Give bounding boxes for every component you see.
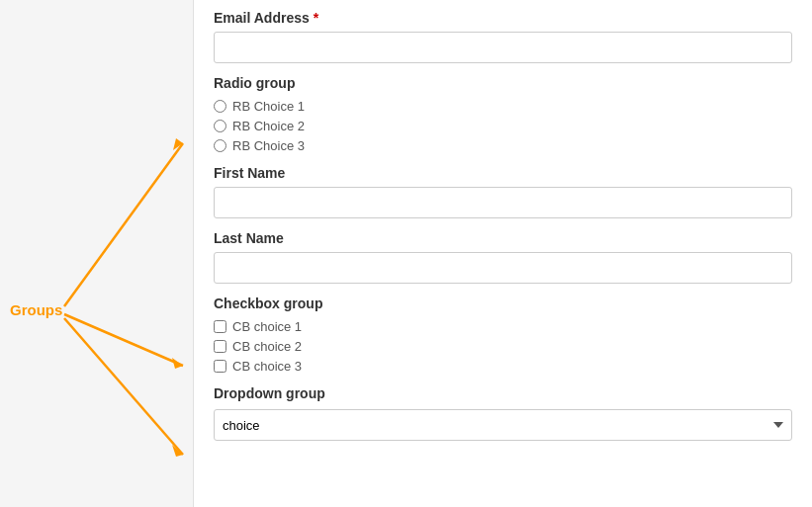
svg-line-2 <box>64 314 183 366</box>
checkbox-label-3[interactable]: CB choice 3 <box>232 359 302 374</box>
last-name-group: Last Name <box>214 230 792 284</box>
checkbox-label-1[interactable]: CB choice 1 <box>232 319 302 334</box>
radio-input-3[interactable] <box>214 139 226 152</box>
checkbox-option-3: CB choice 3 <box>214 359 792 374</box>
checkbox-group-container: Checkbox group CB choice 1 CB choice 2 C… <box>214 296 792 374</box>
arrows-svg <box>0 0 198 507</box>
radio-option-2: RB Choice 2 <box>214 119 792 133</box>
form-panel: Email Address * Radio group RB Choice 1 … <box>193 0 812 507</box>
checkbox-option-1: CB choice 1 <box>214 319 792 334</box>
page-wrapper: Groups Email Address * Radio gr <box>0 0 812 507</box>
radio-option-3: RB Choice 3 <box>214 138 792 153</box>
dropdown-group-label: Dropdown group <box>214 385 792 401</box>
radio-group-container: Radio group RB Choice 1 RB Choice 2 RB C… <box>214 75 792 153</box>
radio-input-2[interactable] <box>214 120 226 132</box>
checkbox-label-2[interactable]: CB choice 2 <box>232 339 302 354</box>
svg-line-0 <box>64 143 183 306</box>
radio-input-1[interactable] <box>214 100 226 113</box>
first-name-input[interactable] <box>214 187 792 218</box>
checkbox-group-label: Checkbox group <box>214 296 792 311</box>
radio-label-2[interactable]: RB Choice 2 <box>232 119 305 133</box>
radio-label-3[interactable]: RB Choice 3 <box>232 138 305 153</box>
first-name-group: First Name <box>214 165 792 218</box>
radio-group-label: Radio group <box>214 75 792 91</box>
svg-line-4 <box>64 318 183 455</box>
radio-label-1[interactable]: RB Choice 1 <box>232 99 305 114</box>
first-name-label: First Name <box>214 165 792 181</box>
required-marker: * <box>314 10 318 26</box>
svg-marker-1 <box>173 138 183 150</box>
left-panel: Groups <box>0 0 193 507</box>
email-input[interactable] <box>214 32 792 63</box>
checkbox-input-3[interactable] <box>214 360 226 373</box>
checkbox-input-2[interactable] <box>214 340 226 353</box>
email-group: Email Address * <box>214 10 792 63</box>
last-name-input[interactable] <box>214 252 792 284</box>
dropdown-select[interactable]: choice <box>214 409 792 441</box>
groups-label: Groups <box>10 301 62 318</box>
svg-marker-5 <box>172 445 183 457</box>
email-label: Email Address * <box>214 10 792 26</box>
dropdown-group-container: Dropdown group choice <box>214 385 792 441</box>
svg-marker-3 <box>172 358 183 369</box>
checkbox-option-2: CB choice 2 <box>214 339 792 354</box>
last-name-label: Last Name <box>214 230 792 246</box>
radio-option-1: RB Choice 1 <box>214 99 792 114</box>
checkbox-input-1[interactable] <box>214 320 226 333</box>
